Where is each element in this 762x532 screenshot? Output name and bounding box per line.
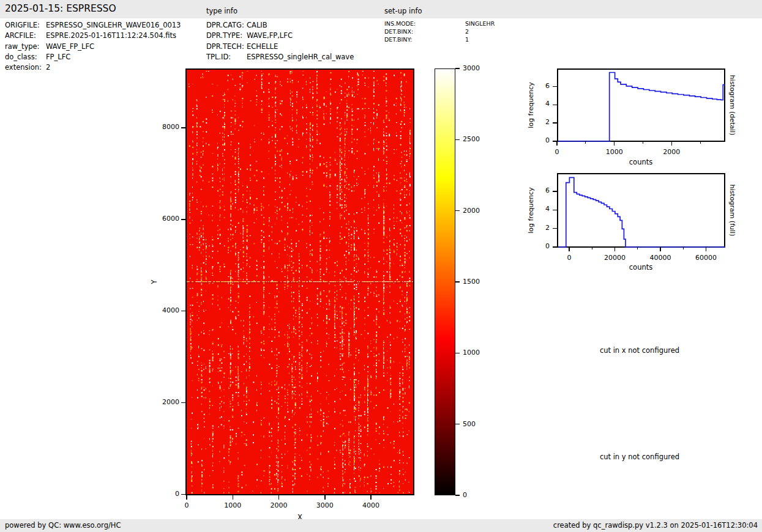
- colorbar-tick-mark: [455, 139, 460, 141]
- header-band: 2025-01-15: ESPRESSO type info set-up in…: [0, 0, 762, 18]
- info-value: ECHELLE: [247, 42, 278, 51]
- info-value: 1: [465, 36, 469, 43]
- info-label: raw_type:: [5, 42, 46, 51]
- x-tick-mark: [370, 495, 372, 500]
- hist-x-tick-label: 0: [567, 254, 572, 262]
- setup-info-header: set-up info: [384, 7, 422, 15]
- setup-row: INS.MODE:SINGLEHR: [384, 20, 495, 27]
- info-label: ARCFILE:: [5, 31, 46, 40]
- hist-x-tick-label: 60000: [695, 254, 717, 262]
- hist-x-minor-tick-mark: [592, 247, 592, 249]
- info-row: DPR.CATG:CALIB: [206, 21, 267, 29]
- hist-x-tick-mark: [614, 247, 616, 251]
- info-value: 2: [465, 28, 469, 35]
- hist-y-tick-mark: [553, 105, 557, 106]
- info-value: 2: [46, 63, 50, 72]
- hist-x-tick-label: 20000: [604, 254, 626, 262]
- x-tick-label: 1000: [224, 501, 241, 509]
- histogram-line: [558, 177, 725, 247]
- info-value: SINGLEHR: [465, 20, 495, 27]
- info-row: DPR.TECH:ECHELLE: [206, 42, 278, 51]
- type-info-header: type info: [206, 7, 237, 15]
- y-tick-label: 0: [152, 490, 179, 498]
- y-tick-label: 8000: [152, 123, 179, 131]
- cut-y-message: cut in y not configured: [600, 453, 679, 461]
- info-label: DPR.TECH:: [206, 42, 247, 51]
- colorbar-tick-mark: [455, 210, 460, 212]
- hist-y-tick-label: 2: [532, 118, 550, 126]
- info-row: do_class:FP_LFC: [5, 53, 70, 61]
- page-title: 2025-01-15: ESPRESSO: [5, 3, 116, 14]
- setup-row: DET.BINY:1: [384, 36, 469, 43]
- info-label: DET.BINX:: [384, 28, 465, 35]
- hist-x-tick-mark: [614, 141, 615, 146]
- colorbar-tick-label: 500: [463, 419, 476, 429]
- info-value: CALIB: [247, 21, 267, 29]
- info-value: ESPRESSO_SINGLEHR_WAVE016_0013: [46, 21, 181, 29]
- hist-y-tick-mark: [553, 191, 557, 192]
- hist-y-tick-label: 0: [532, 242, 550, 250]
- info-row: extension:2: [5, 63, 50, 72]
- info-label: DPR.TYPE:: [206, 31, 247, 40]
- hist-x-tick-mark: [556, 141, 558, 146]
- cut-x-message: cut in x not configured: [600, 346, 679, 355]
- hist-y-tick-mark: [553, 210, 557, 211]
- histogram-detail-plot: [558, 70, 724, 141]
- hist-x-tick-label: 0: [555, 148, 559, 156]
- hist-y-tick-mark: [553, 246, 557, 248]
- info-row: TPL.ID:ESPRESSO_singleHR_cal_wave: [206, 53, 354, 61]
- info-value: ESPRESSO_singleHR_cal_wave: [247, 53, 354, 61]
- colorbar-tick-label: 2000: [463, 206, 480, 216]
- info-label: DET.BINY:: [384, 36, 465, 43]
- colorbar-tick-mark: [455, 424, 460, 425]
- y-tick-mark: [181, 311, 186, 312]
- hist-x-tick-mark: [569, 247, 570, 251]
- x-tick-label: 0: [185, 501, 189, 509]
- colorbar-tick-mark: [455, 68, 460, 69]
- hist-x-minor-tick-mark: [637, 247, 638, 249]
- colorbar-tick-mark: [455, 281, 460, 283]
- footer-created-by: created by qc_rawdisp.py v1.2.3 on 2025-…: [553, 519, 758, 532]
- y-tick-mark: [181, 402, 186, 404]
- histogram-detail-right-label: histogram (detail): [728, 75, 736, 136]
- setup-row: DET.BINX:2: [384, 28, 469, 35]
- x-tick-mark: [278, 495, 280, 500]
- colorbar-tick-label: 1000: [463, 348, 480, 358]
- colorbar-tick-label: 0: [463, 490, 467, 500]
- info-row: ARCFILE:ESPRE.2025-01-16T11:12:24.504.fi…: [5, 31, 176, 40]
- hist-y-tick-label: 4: [532, 205, 550, 213]
- raw-image-canvas: [187, 70, 413, 494]
- hist-y-tick-label: 0: [532, 136, 550, 144]
- info-value: WAVE,FP,LFC: [247, 31, 293, 40]
- x-tick-mark: [233, 495, 234, 500]
- hist-x-minor-tick-mark: [683, 247, 684, 249]
- hist-x-tick-mark: [671, 141, 673, 146]
- colorbar-tick-label: 2500: [463, 135, 480, 144]
- info-label: INS.MODE:: [384, 20, 465, 27]
- y-tick-label: 6000: [152, 215, 179, 223]
- x-tick-label: 2000: [271, 501, 288, 509]
- info-label: TPL.ID:: [206, 53, 247, 61]
- x-tick-mark: [324, 495, 326, 500]
- hist-y-tick-label: 4: [532, 100, 550, 108]
- hist-y-tick-mark: [553, 228, 557, 229]
- hist-x-tick-label: 40000: [650, 254, 671, 262]
- page-root: 2025-01-15: ESPRESSO type info set-up in…: [0, 0, 762, 532]
- info-row: DPR.TYPE:WAVE,FP,LFC: [206, 31, 293, 40]
- hist-x-tick-mark: [706, 247, 707, 251]
- colorbar: [435, 68, 455, 495]
- hist-y-tick-label: 2: [532, 224, 550, 232]
- x-tick-label: 3000: [316, 501, 334, 509]
- hist-x-minor-tick-mark: [585, 141, 586, 144]
- y-tick-label: 2000: [152, 398, 179, 406]
- hist-y-tick-mark: [553, 122, 557, 124]
- histogram-line: [558, 73, 725, 142]
- info-row: raw_type:WAVE_FP_LFC: [5, 42, 94, 51]
- hist-x-minor-tick-mark: [700, 141, 701, 144]
- hist-x-tick-label: 2000: [663, 148, 680, 156]
- hist-y-tick-mark: [553, 86, 557, 87]
- info-row: ORIGFILE:ESPRESSO_SINGLEHR_WAVE016_0013: [5, 21, 181, 29]
- info-label: extension:: [5, 63, 46, 72]
- y-tick-mark: [181, 219, 186, 220]
- footer-powered-by: powered by QC: www.eso.org/HC: [5, 519, 121, 532]
